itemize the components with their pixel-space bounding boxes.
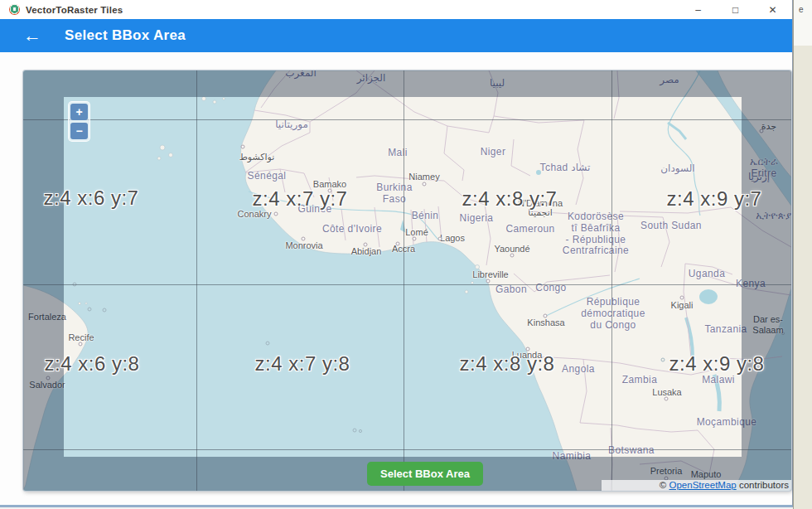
tile-label: z:4 x:8 y:8: [460, 352, 555, 376]
app-logo-icon: [9, 4, 20, 15]
tile-label: z:4 x:7 y:7: [253, 187, 348, 211]
map-attribution: © OpenStreetMap contributors: [602, 480, 791, 491]
tile-grid-line: [611, 70, 612, 491]
window-controls: – □ ✕: [679, 0, 791, 19]
zoom-out-button[interactable]: −: [70, 123, 88, 139]
close-button[interactable]: ✕: [754, 0, 791, 19]
tile-grid-line: [196, 70, 197, 491]
bbox-selection-highlight: [64, 97, 742, 457]
minimize-button[interactable]: –: [679, 0, 717, 19]
zoom-in-button[interactable]: +: [70, 104, 88, 120]
outside-bbox-shade-right: [742, 97, 791, 457]
page-title: Select BBox Area: [65, 27, 186, 44]
tile-label: z:4 x:8 y:7: [462, 187, 558, 211]
outside-bbox-shade-top: [23, 70, 791, 97]
tile-label: z:4 x:9 y:8: [669, 352, 765, 376]
map-panel: المغربالجزائرليبيامصرموريتانياMaliNigerT…: [23, 70, 791, 491]
tile-label: z:4 x:6 y:7: [44, 187, 139, 210]
attribution-copyright: ©: [660, 480, 669, 490]
tile-grid-line: [404, 70, 404, 491]
window-title: VectorToRaster Tiles: [26, 5, 123, 15]
tile-label: z:4 x:9 y:7: [667, 187, 762, 211]
tile-label: z:4 x:6 y:8: [45, 352, 140, 376]
back-arrow-icon[interactable]: ←: [23, 27, 41, 45]
app-window: VectorToRaster Tiles – □ ✕ ← Select BBox…: [0, 0, 793, 507]
background-window-sliver: e: [793, 0, 812, 509]
page-header: ← Select BBox Area: [0, 19, 792, 52]
tile-grid-line: [23, 449, 791, 450]
background-window-fragment: e: [799, 5, 804, 14]
maximize-button[interactable]: □: [717, 0, 754, 19]
select-bbox-button[interactable]: Select BBox Area: [367, 462, 483, 486]
tile-label: z:4 x:7 y:8: [255, 352, 350, 376]
openstreetmap-link[interactable]: OpenStreetMap: [669, 480, 737, 490]
screen: VectorToRaster Tiles – □ ✕ ← Select BBox…: [0, 0, 812, 509]
attribution-suffix: contributors: [737, 480, 789, 490]
titlebar: VectorToRaster Tiles – □ ✕: [0, 0, 792, 19]
tile-grid-line: [23, 119, 791, 120]
map-zoom-control: + −: [68, 101, 90, 142]
outside-bbox-shade-left: [23, 97, 64, 457]
tile-grid-line: [23, 284, 791, 285]
